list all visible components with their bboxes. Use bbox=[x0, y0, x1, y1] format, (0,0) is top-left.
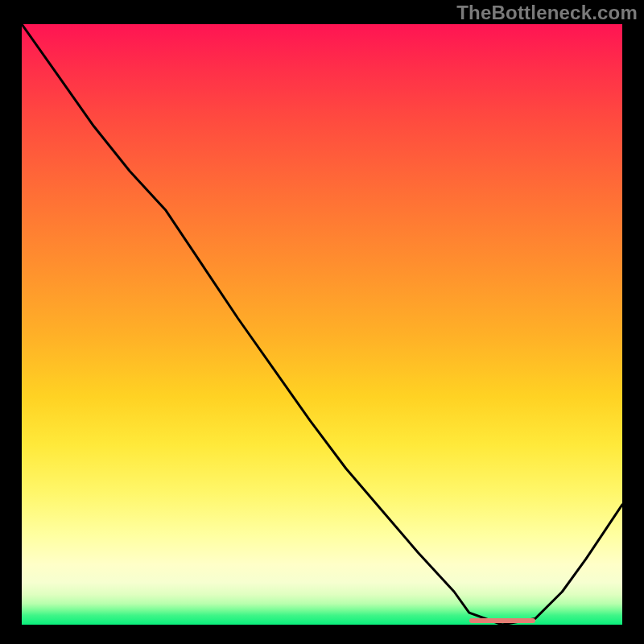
bottleneck-curve bbox=[22, 24, 622, 625]
chart-container: TheBottleneck.com bbox=[0, 0, 644, 644]
minimum-marker bbox=[469, 618, 535, 623]
watermark-text: TheBottleneck.com bbox=[456, 2, 638, 24]
plot-area bbox=[22, 24, 622, 625]
curve-path bbox=[22, 24, 622, 625]
